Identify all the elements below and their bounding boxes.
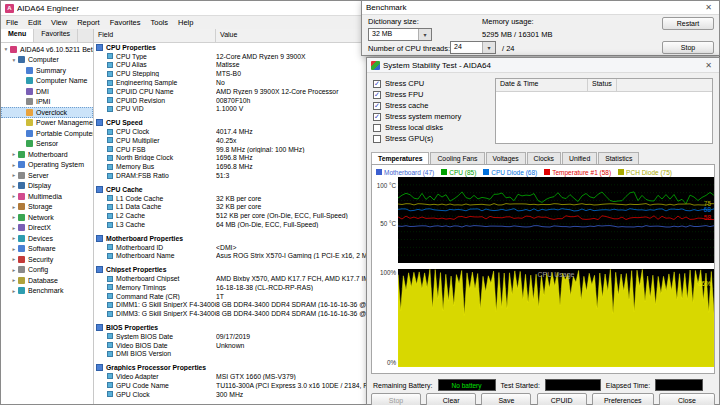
checkbox-stress-local-disks[interactable]: Stress local disks (373, 122, 461, 133)
tree-item-server[interactable]: ▸Server (1, 170, 93, 181)
tree-item-label: Operating System (28, 161, 84, 168)
tree-item-portable-computer[interactable]: Portable Computer (1, 128, 93, 139)
field-cell: DRAM:FSB Ratio (94, 172, 216, 179)
field-icon (107, 88, 113, 94)
log-column-datetime[interactable]: Date & Time (496, 79, 588, 91)
checkbox-stress-system-memory[interactable]: ✓Stress system memory (373, 111, 461, 122)
tab-unified[interactable]: Unified (562, 152, 597, 164)
tab-clocks[interactable]: Clocks (527, 152, 561, 164)
field-icon (107, 244, 113, 250)
tree-item-label: Server (28, 172, 49, 179)
section-field-cell: CPU Cache (94, 186, 216, 193)
navigation-tree: ▾AIDA64 v6.10.5211 Beta▾ComputerSummaryC… (1, 43, 93, 296)
field-icon (107, 204, 113, 210)
log-column-status[interactable]: Status (588, 79, 617, 91)
field-label: CPU Stepping (116, 70, 159, 77)
stability-titlebar[interactable]: System Stability Test - AIDA64 ✕ (367, 58, 719, 73)
checkbox-label: Stress FPU (385, 90, 423, 99)
menu-item-favorites[interactable]: Favorites (105, 18, 146, 27)
legend-cpu-85: CPU (85) (441, 169, 476, 176)
status-label-remaining-battery: Remaining Battery: (373, 382, 433, 389)
menu-item-edit[interactable]: Edit (23, 18, 46, 27)
benchmark-stop-button[interactable]: Stop (662, 41, 714, 54)
field-cell: DIMM1: G Skill SniperX F4-3400C16-8GSXW (94, 301, 216, 308)
cpuid-button[interactable]: CPUID (537, 393, 587, 405)
save-button[interactable]: Save (481, 393, 531, 405)
tree-item-config[interactable]: ▸Config (1, 265, 93, 276)
tree-item-overclock[interactable]: Overclock (1, 107, 93, 118)
column-header-field[interactable]: Field (94, 29, 216, 42)
menu-item-view[interactable]: View (46, 18, 72, 27)
field-icon (107, 284, 113, 290)
checkbox-stress-fpu[interactable]: ✓Stress FPU (373, 89, 461, 100)
expander-icon: ▸ (10, 204, 18, 210)
benchmark-close-icon[interactable]: ✕ (702, 3, 715, 12)
motherboard-properties-icon (96, 235, 103, 242)
legend-label: PCH Diode (75) (626, 169, 672, 176)
restart-button[interactable]: Restart (662, 17, 714, 30)
clear-button[interactable]: Clear (426, 393, 476, 405)
tab-statistics[interactable]: Statistics (598, 152, 639, 164)
benchmark-body: Dictionary size: 32 MB ▾ Memory usage: 5… (362, 14, 719, 55)
tree-item-power-management[interactable]: Power Management (1, 118, 93, 129)
menu-item-tools[interactable]: Tools (146, 18, 174, 27)
field-label: Memory Timings (116, 284, 166, 291)
tree-item-display[interactable]: ▸Display (1, 181, 93, 192)
field-label: Motherboard Name (116, 252, 175, 259)
tree-item-sensor[interactable]: Sensor (1, 139, 93, 150)
menu-item-report[interactable]: Report (72, 18, 105, 27)
field-cell: North Bridge Clock (94, 154, 216, 161)
nav-tab-menu[interactable]: Menu (1, 29, 34, 42)
tree-item-database[interactable]: ▸Database (1, 275, 93, 286)
tab-voltages[interactable]: Voltages (486, 152, 526, 164)
dictionary-size-select[interactable]: 32 MB ▾ (368, 28, 432, 41)
tree-item-computer-name[interactable]: Computer Name (1, 76, 93, 87)
tab-cooling-fans[interactable]: Cooling Fans (430, 152, 484, 164)
expander-icon: ▸ (10, 162, 18, 168)
field-label: Engineering Sample (116, 79, 177, 86)
preferences-button[interactable]: Preferences (592, 393, 654, 405)
tree-item-dmi[interactable]: DMI (1, 86, 93, 97)
field-cell: CPUID Revision (94, 97, 216, 104)
tree-item-summary[interactable]: Summary (1, 65, 93, 76)
benchmark-icon (18, 287, 25, 294)
legend-pch-diode-75: PCH Diode (75) (618, 169, 672, 176)
tree-item-ipmi[interactable]: IPMI (1, 97, 93, 108)
field-label: L1 Code Cache (116, 195, 163, 202)
tree-item-storage[interactable]: ▸Storage (1, 202, 93, 213)
benchmark-titlebar[interactable]: Benchmark ✕ (362, 1, 719, 15)
tree-item-multimedia[interactable]: ▸Multimedia (1, 191, 93, 202)
field-label: GPU Clock (116, 391, 150, 398)
tree-item-devices[interactable]: ▸Devices (1, 233, 93, 244)
close-button[interactable]: Close (659, 393, 715, 405)
tree-item-benchmark[interactable]: ▸Benchmark (1, 286, 93, 297)
field-cell: L1 Code Cache (94, 195, 216, 202)
tree-item-security[interactable]: ▸Security (1, 254, 93, 265)
database-icon (18, 277, 25, 284)
field-cell: Memory Timings (94, 284, 216, 291)
section-title: Chipset Properties (106, 266, 166, 273)
field-cell: GPU Clock (94, 391, 216, 398)
field-cell: CPU Stepping (94, 70, 216, 77)
checkbox-stress-cpu[interactable]: ✓Stress CPU (373, 78, 461, 89)
tree-item-directx[interactable]: ▸DirectX (1, 223, 93, 234)
tree-item-software[interactable]: ▸Software (1, 244, 93, 255)
field-label: L3 Cache (116, 221, 145, 228)
nav-tab-favorites[interactable]: Favorites (34, 29, 78, 42)
checkbox-stress-cache[interactable]: ✓Stress cache (373, 100, 461, 111)
menu-item-file[interactable]: File (1, 18, 23, 27)
tree-item-motherboard[interactable]: ▸Motherboard (1, 149, 93, 160)
menu-item-help[interactable]: Help (173, 18, 198, 27)
checkbox-icon: ✓ (373, 80, 381, 88)
tree-item-operating-system[interactable]: ▸Operating System (1, 160, 93, 171)
tree-item-computer[interactable]: ▾Computer (1, 55, 93, 66)
tree-item-network[interactable]: ▸Network (1, 212, 93, 223)
field-label: DRAM:FSB Ratio (116, 172, 169, 179)
stability-close-icon[interactable]: ✕ (702, 61, 715, 70)
tree-item-aida64-v6-10-5211-beta[interactable]: ▾AIDA64 v6.10.5211 Beta (1, 44, 93, 55)
field-label: Video Adapter (116, 373, 159, 380)
cpu-threads-select[interactable]: 24 ▾ (450, 41, 496, 54)
field-icon (107, 391, 113, 397)
checkbox-stress-gpu-s[interactable]: Stress GPU(s) (373, 133, 461, 144)
gpu-properties-icon (96, 364, 103, 371)
